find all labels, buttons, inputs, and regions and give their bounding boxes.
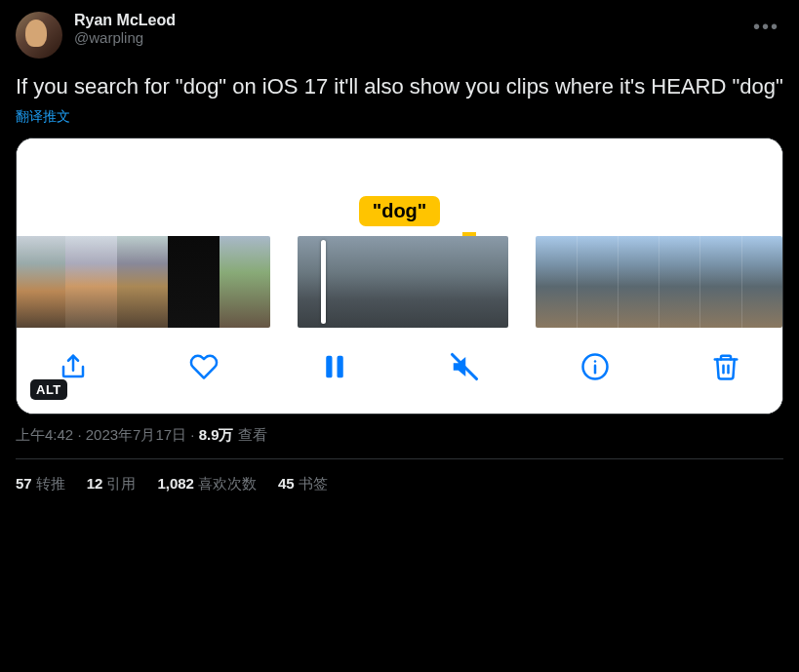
svg-point-5	[594, 360, 597, 363]
clip-thumbnail[interactable]	[577, 236, 618, 328]
stat-label: 书签	[299, 475, 328, 492]
svg-rect-0	[326, 355, 332, 377]
pause-icon[interactable]	[317, 349, 352, 384]
more-icon[interactable]: •••	[749, 12, 783, 42]
stat-label: 转推	[36, 475, 65, 492]
clip-thumbnail[interactable]	[659, 236, 699, 328]
user-block[interactable]: Ryan McLeod @warpling	[74, 12, 738, 46]
media-header-area: "dog"	[17, 138, 782, 236]
tweet-header: Ryan McLeod @warpling •••	[16, 12, 783, 59]
avatar[interactable]	[16, 12, 62, 59]
clip-group[interactable]	[17, 236, 270, 328]
stat-count: 45	[278, 475, 295, 492]
trash-icon[interactable]	[708, 349, 743, 384]
clip-thumbnail[interactable]	[699, 236, 740, 328]
retweets-stat[interactable]: 57转推	[16, 475, 65, 494]
clip-thumbnail[interactable]	[17, 236, 65, 328]
tweet-time[interactable]: 上午4:42	[16, 426, 73, 443]
clip-thumbnail[interactable]	[536, 236, 576, 328]
tweet-stats: 57转推 12引用 1,082喜欢次数 45书签	[16, 459, 783, 509]
translate-link[interactable]: 翻译推文	[16, 108, 70, 126]
views-count[interactable]: 8.9万	[199, 426, 234, 443]
views-label: 查看	[238, 426, 267, 443]
media-card[interactable]: "dog"	[16, 138, 783, 415]
tweet-container: Ryan McLeod @warpling ••• If you search …	[0, 0, 799, 509]
video-timeline[interactable]	[17, 236, 782, 328]
user-handle: @warpling	[74, 29, 738, 46]
tweet-date[interactable]: 2023年7月17日	[86, 426, 186, 443]
tweet-meta: 上午4:42 · 2023年7月17日 · 8.9万 查看	[16, 426, 783, 459]
stat-count: 57	[16, 475, 32, 492]
heart-icon[interactable]	[186, 349, 221, 384]
tweet-text: If you search for "dog" on iOS 17 it'll …	[16, 72, 783, 101]
clip-thumbnail[interactable]	[168, 236, 219, 328]
clip-thumbnail[interactable]	[220, 236, 270, 328]
clip-group[interactable]	[536, 236, 782, 328]
clip-thumbnail[interactable]	[438, 236, 508, 328]
clip-thumbnail[interactable]	[741, 236, 782, 328]
clip-thumbnail[interactable]	[117, 236, 168, 328]
stat-count: 12	[87, 475, 103, 492]
svg-rect-1	[337, 355, 342, 377]
playhead-icon[interactable]	[321, 240, 326, 324]
media-controls	[17, 328, 782, 414]
clip-thumbnail[interactable]	[618, 236, 659, 328]
bookmarks-stat[interactable]: 45书签	[278, 475, 328, 494]
stat-label: 喜欢次数	[198, 475, 257, 492]
mute-icon[interactable]	[447, 349, 482, 384]
alt-badge[interactable]: ALT	[30, 379, 67, 400]
clip-thumbnail[interactable]	[65, 236, 116, 328]
stat-label: 引用	[106, 475, 136, 492]
likes-stat[interactable]: 1,082喜欢次数	[157, 475, 257, 494]
info-icon[interactable]	[578, 349, 613, 384]
quotes-stat[interactable]: 12引用	[87, 475, 137, 494]
stat-count: 1,082	[157, 475, 194, 492]
clip-group[interactable]	[298, 236, 508, 328]
search-term-badge: "dog"	[359, 196, 441, 226]
clip-thumbnail[interactable]	[298, 236, 368, 328]
display-name: Ryan McLeod	[74, 12, 738, 29]
clip-thumbnail[interactable]	[368, 236, 438, 328]
